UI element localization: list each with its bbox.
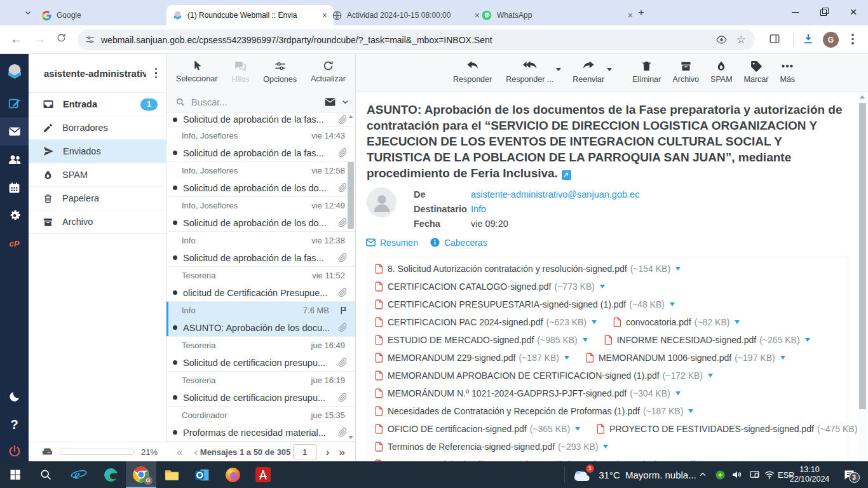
window-close-button[interactable]: × xyxy=(839,0,868,24)
folder-papelera[interactable]: Papelera xyxy=(29,187,166,210)
taskbar-clock[interactable]: 13:10 22/10/2024 xyxy=(787,461,832,488)
tune-icon[interactable] xyxy=(85,35,95,44)
scroll-up-arrow[interactable] xyxy=(348,115,353,118)
attachment-dropdown-caret[interactable] xyxy=(592,320,597,324)
threads-button[interactable]: Hilos xyxy=(231,60,249,92)
attachment-name[interactable]: convocatoria.pdf xyxy=(626,317,691,327)
search-scope-envelope-icon[interactable] xyxy=(324,96,336,108)
weather-icon[interactable]: 1 xyxy=(569,461,595,488)
attachment-item[interactable]: MEMORANDUM 229-signed.pdf(~187 KB) xyxy=(375,353,569,363)
attachment-dropdown-caret[interactable] xyxy=(575,427,580,431)
window-minimize-button[interactable] xyxy=(780,0,810,24)
message-list-scrollbar[interactable] xyxy=(347,112,355,442)
next-page-button[interactable]: › xyxy=(326,447,330,458)
attachment-dropdown-caret[interactable] xyxy=(688,409,693,413)
attachment-name[interactable]: MEMORANDUM 1006-signed.pdf xyxy=(599,353,731,363)
attachment-name[interactable]: CERTIFICACION CATALOGO-signed.pdf xyxy=(388,281,552,292)
url-text[interactable]: webmail.sanjuan.gob.ec/cpsess5423996997/… xyxy=(101,35,715,45)
archive-button[interactable]: Archivo xyxy=(671,60,700,92)
temperature-label[interactable]: 31°C xyxy=(596,461,623,488)
chrome-icon-active[interactable]: G xyxy=(126,461,156,488)
message-list-item[interactable]: Info, Josefloresvie 12:58Solicitud de ap… xyxy=(166,162,355,197)
settings-gear-icon[interactable] xyxy=(0,201,29,229)
attachment-name[interactable]: ESTUDIO DE MERCADO-signed.pdf xyxy=(388,335,534,345)
antivirus-tray-icon[interactable] xyxy=(712,461,728,488)
tab-close-icon[interactable]: × xyxy=(628,11,633,20)
attachment-dropdown-caret[interactable] xyxy=(600,285,605,288)
download-icon[interactable] xyxy=(802,32,815,45)
attachment-dropdown-caret[interactable] xyxy=(670,302,675,306)
attachment-item[interactable]: CERTIFICACION PAC 2024-signed.pdf(~623 K… xyxy=(375,317,597,327)
headers-link[interactable]: Cabeceras xyxy=(430,237,487,248)
tab-google[interactable]: Google × xyxy=(36,5,179,25)
url-bar[interactable]: webmail.sanjuan.gob.ec/cpsess5423996997/… xyxy=(78,29,755,50)
from-address-link[interactable]: asistente-administrativo@sanjuan.gob.ec xyxy=(471,187,639,202)
internet-explorer-icon[interactable]: e xyxy=(64,461,94,488)
forward-dropdown-caret[interactable] xyxy=(607,68,612,71)
more-button[interactable]: Más xyxy=(778,60,796,92)
attachment-dropdown-caret[interactable] xyxy=(603,445,608,449)
folder-archivo[interactable]: Archivo xyxy=(29,210,166,234)
attachment-item[interactable]: CERTIFICACION PRESUPUESTARIA-signed-sign… xyxy=(375,299,675,309)
cpanel-icon[interactable]: cP xyxy=(0,229,29,257)
side-panel-icon[interactable] xyxy=(769,33,780,44)
options-button[interactable]: Opciones xyxy=(263,60,297,92)
message-list-item[interactable]: Infovie 12:38Solicitud de aprobación de … xyxy=(166,232,355,267)
message-list-item[interactable]: Coordinadorjue 15:35Proformas de necesid… xyxy=(166,407,355,442)
attachment-name[interactable]: INFORME NECESIDAD-signed.pdf xyxy=(617,335,756,345)
forward-button[interactable]: Reenviar xyxy=(571,60,606,92)
message-list-item[interactable]: Info, Josefloresvie 14:43Solicitud de ap… xyxy=(166,127,355,162)
acrobat-icon[interactable] xyxy=(248,461,278,488)
action-center-icon[interactable]: 3 xyxy=(836,461,862,488)
first-page-button[interactable]: « xyxy=(177,447,182,458)
message-list-item[interactable]: Tesoreriavie 11:52olicitud de Certificac… xyxy=(166,267,355,302)
reply-button[interactable]: Responder xyxy=(452,60,493,92)
edge-icon[interactable] xyxy=(95,461,126,488)
attachment-item[interactable]: CERTIFICACION CATALOGO-signed.pdf(~773 K… xyxy=(375,281,605,292)
message-list-item[interactable]: Info7.6 MBASUNTO: Aprobación de los docu… xyxy=(166,302,355,337)
attachment-item[interactable]: 8. Solicitud Autorización contratación y… xyxy=(375,264,681,274)
scroll-up-arrow[interactable] xyxy=(860,95,865,98)
new-tab-button[interactable]: + xyxy=(634,6,648,20)
weather-text[interactable]: Mayorm. nubla... xyxy=(625,461,702,488)
attachment-name[interactable]: MEMORANDUM APROBACION DE CERTIFICACION-s… xyxy=(388,370,660,381)
attachment-item[interactable]: MEMORANDUM APROBACION DE CERTIFICACION-s… xyxy=(375,370,713,381)
attachment-dropdown-caret[interactable] xyxy=(805,338,810,342)
attachment-item[interactable]: Terminos de Referencia-signed-signed.pdf… xyxy=(375,442,608,452)
attachment-item[interactable]: OFICIO DE certificacion-signed.pdf(~365 … xyxy=(375,424,580,434)
message-list-item[interactable]: Solicitud de aprobación de la fas... xyxy=(166,112,355,127)
taskbar-search-icon[interactable] xyxy=(31,461,61,488)
reply-all-button[interactable]: Responder ... xyxy=(505,60,555,92)
window-restore-button[interactable] xyxy=(810,0,839,24)
message-list-item[interactable]: Tesoreriajue 16:49Solicitud de certifica… xyxy=(166,337,355,372)
attachment-item[interactable]: ESTUDIO DE MERCADO-signed.pdf(~985 KB) xyxy=(375,335,588,345)
start-button[interactable] xyxy=(0,461,31,488)
tab-whatsapp[interactable]: WhatsApp × xyxy=(475,5,639,25)
mail-scrollbar[interactable] xyxy=(858,93,867,461)
folder-spam[interactable]: SPAM xyxy=(29,163,166,187)
last-page-button[interactable]: » xyxy=(339,447,345,458)
attachment-name[interactable]: CERTIFICACION PRESUPUESTARIA-signed-sign… xyxy=(388,299,626,309)
attachment-dropdown-caret[interactable] xyxy=(708,374,713,377)
scrollbar-thumb[interactable] xyxy=(348,162,354,229)
attachment-item[interactable]: Necesidades de Contratación y Recepción … xyxy=(375,406,693,416)
attachment-dropdown-caret[interactable] xyxy=(780,356,785,360)
forward-button[interactable]: → xyxy=(34,33,46,45)
back-button[interactable]: ← xyxy=(10,33,22,45)
display-tray-icon[interactable] xyxy=(746,461,763,488)
browser-menu-kebab-icon[interactable] xyxy=(851,34,854,44)
mail-nav-button[interactable] xyxy=(0,118,29,146)
attachment-name[interactable]: OFICIO DE certificacion-signed.pdf xyxy=(388,424,527,434)
contacts-nav-button[interactable] xyxy=(0,146,29,173)
attachment-item[interactable]: INFORME NECESIDAD-signed.pdf(~265 KB) xyxy=(604,335,810,345)
message-list-item[interactable]: Info, Josefloresvie 12:49Solicitud de ap… xyxy=(166,197,355,232)
refresh-button[interactable]: Actualizar xyxy=(311,60,346,92)
reload-button[interactable] xyxy=(56,32,67,43)
attachment-name[interactable]: Necesidades de Contratación y Recepción … xyxy=(388,406,640,416)
attachment-name[interactable]: Terminos de Referencia-signed-signed.pdf xyxy=(388,442,555,452)
to-link[interactable]: Info xyxy=(471,202,486,217)
account-menu-kebab-icon[interactable] xyxy=(146,68,166,79)
profile-avatar[interactable]: G xyxy=(823,32,839,48)
calendar-nav-button[interactable] xyxy=(0,173,29,201)
tab-roundcube[interactable]: (1) Roundcube Webmail :: Envia × xyxy=(166,5,334,25)
